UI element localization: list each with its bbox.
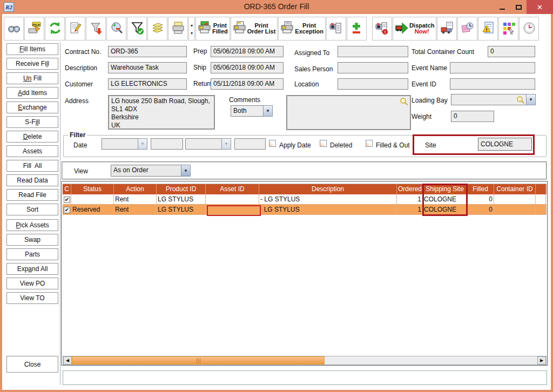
sidebar-button-sort[interactable]: Sort	[6, 204, 58, 215]
sidebar-button-expand-all[interactable]: Expand All	[6, 263, 58, 275]
scan-alert-icon[interactable]: !	[372, 17, 392, 40]
column-header-container_id[interactable]: Container ID	[494, 184, 536, 194]
sidebar-button-assets[interactable]: Assets	[6, 145, 58, 157]
sidebar-button-read-data[interactable]: Read Data	[6, 174, 58, 186]
column-header-spacer[interactable]	[536, 184, 546, 194]
sidebar-button-view-to[interactable]: View TO	[6, 292, 58, 304]
alert-document-icon[interactable]: !	[478, 17, 498, 40]
binoculars-icon[interactable]	[4, 17, 24, 40]
sidebar-button-receive-fill[interactable]: Receive Fill	[6, 58, 58, 70]
event-name-field[interactable]	[450, 62, 535, 73]
column-header-description[interactable]: Description	[259, 184, 397, 194]
scroll-right-arrow[interactable]: ▶	[537, 356, 546, 364]
print-order-list-button[interactable]: PrintOrder List	[231, 17, 278, 40]
sidebar-button-add-items[interactable]: Add Items	[6, 87, 58, 99]
address-field[interactable]: LG house 250 Bath Road, Slough, SL1 4DX …	[108, 95, 215, 130]
column-header-asset_id[interactable]: Asset ID	[206, 184, 259, 194]
add-remove-icon[interactable]	[347, 17, 367, 40]
sidebar-button-s-fill[interactable]: S-Fill	[6, 116, 58, 128]
chevron-down-icon[interactable]: ▼	[263, 105, 273, 117]
description-field[interactable]: Warehouse Task	[108, 62, 187, 73]
sales-person-field[interactable]	[338, 62, 408, 73]
svg-text:PICK: PICK	[32, 23, 41, 26]
loading-bay-lookup-icon[interactable]	[516, 96, 525, 104]
loading-bay-combo[interactable]: ▼	[451, 94, 536, 105]
comments-field[interactable]	[286, 95, 411, 130]
sidebar-button-fill-all[interactable]: Fill All	[6, 160, 58, 172]
site-field[interactable]: COLOGNE	[478, 138, 532, 151]
column-header-filled[interactable]: Filled	[467, 184, 494, 194]
filter-date-combo-1[interactable]: ▼	[102, 138, 147, 150]
more-options-dropdown[interactable]: ▾▾	[188, 17, 195, 40]
sidebar-button-exchange[interactable]: Exchange	[6, 102, 58, 113]
scrollbar-track[interactable]	[72, 356, 537, 364]
return-date-field[interactable]: 05/11/2018 09:00 AM	[211, 78, 284, 90]
sidebar-button-un-fill[interactable]: Un Fill	[6, 72, 58, 84]
sidebar-button-view-po[interactable]: View PO	[6, 278, 58, 289]
cell-c[interactable]: ✔	[63, 205, 71, 215]
sidebar-button-read-file[interactable]: Read File	[6, 189, 58, 201]
close-window-button[interactable]: ✕	[527, 0, 553, 14]
column-header-action[interactable]: Action	[114, 184, 157, 194]
column-header-product_id[interactable]: Product ID	[157, 184, 206, 194]
chevron-down-icon[interactable]: ▼	[526, 94, 536, 105]
table-row-1[interactable]: ✔RentLG STYLUS- LG STYLUS1COLOGNE0	[63, 194, 547, 205]
row-checkbox[interactable]: ✔	[64, 197, 70, 203]
scroll-left-arrow[interactable]: ◀	[63, 356, 72, 364]
location-field[interactable]	[338, 78, 408, 90]
comments-mode-combo[interactable]: Both ▼	[231, 105, 273, 117]
column-header-shipping_site[interactable]: Shipping Site	[423, 184, 467, 194]
sidebar-button-fill-items[interactable]: Fill Items	[6, 43, 58, 55]
dispatch-now-button[interactable]: DispatchNow!	[393, 17, 436, 40]
print-exception-button[interactable]: PrintException	[278, 17, 326, 40]
schedule-notes-icon[interactable]	[457, 17, 477, 40]
sidebar-button-pick-assets[interactable]: Pick Assets	[6, 219, 58, 231]
deleted-checkbox[interactable]	[320, 140, 327, 147]
edit-note-icon[interactable]	[65, 17, 85, 40]
minimize-button[interactable]	[494, 0, 510, 14]
maximize-button[interactable]	[510, 0, 527, 14]
weight-field[interactable]: 0	[451, 111, 494, 122]
sidebar-button-delete[interactable]: Delete	[6, 131, 58, 143]
filter-check-icon[interactable]	[127, 17, 147, 40]
column-header-ordered[interactable]: Ordered	[397, 184, 423, 194]
assigned-to-field[interactable]	[338, 46, 408, 57]
filled-out-checkbox[interactable]	[366, 140, 373, 147]
alert-document-icon-glyph: !	[481, 21, 495, 37]
comments-lookup-icon[interactable]	[400, 97, 408, 106]
color-grid-icon[interactable]	[498, 17, 518, 40]
collate-print-icon[interactable]	[168, 17, 188, 40]
filter-export-icon[interactable]	[86, 17, 106, 40]
zoom-icon[interactable]: +	[106, 17, 126, 40]
ship-date-field[interactable]: 05/06/2018 09:00 AM	[211, 62, 284, 73]
close-button[interactable]: Close	[6, 356, 58, 373]
sidebar-button-swap[interactable]: Swap	[6, 234, 58, 246]
cell-ordered: 1	[397, 205, 423, 215]
pick-list-icon[interactable]: PICK	[24, 17, 44, 40]
event-id-field[interactable]	[450, 78, 535, 90]
sidebar-button-parts[interactable]: Parts	[6, 248, 58, 260]
contract-field[interactable]: ORD-365	[108, 46, 187, 57]
column-header-status[interactable]: Status	[71, 184, 114, 194]
collate-icon[interactable]	[147, 17, 167, 40]
scan-list-icon[interactable]	[326, 17, 346, 40]
filter-date-field-2[interactable]	[234, 138, 266, 150]
clock-icon[interactable]	[519, 17, 539, 40]
horizontal-scrollbar[interactable]: ◀ ▶	[63, 356, 547, 365]
cell-c[interactable]: ✔	[63, 194, 71, 205]
chevron-down-icon[interactable]: ▼	[181, 165, 191, 177]
customer-field[interactable]: LG ELECTRONICS	[108, 78, 187, 90]
filter-date-combo-2[interactable]: ▼	[185, 138, 231, 150]
total-container-count-field[interactable]: 0	[488, 46, 535, 57]
column-header-c[interactable]: C	[63, 184, 71, 194]
print-filled-button[interactable]: PrintFilled	[195, 17, 230, 40]
prep-date-field[interactable]: 05/06/2018 09:00 AM	[211, 46, 284, 57]
apply-date-checkbox[interactable]	[269, 140, 276, 147]
truck-document-icon[interactable]	[437, 17, 457, 40]
view-combo[interactable]: As on Order ▼	[111, 165, 191, 177]
row-checkbox[interactable]: ✔	[64, 207, 70, 213]
refresh-icon[interactable]	[45, 17, 65, 40]
table-row-2[interactable]: ✔ReservedRentLG STYLUS LG STYLUS1COLOGNE…	[63, 205, 547, 215]
filter-date-field-1[interactable]	[151, 138, 183, 150]
scrollbar-thumb[interactable]	[72, 356, 325, 364]
